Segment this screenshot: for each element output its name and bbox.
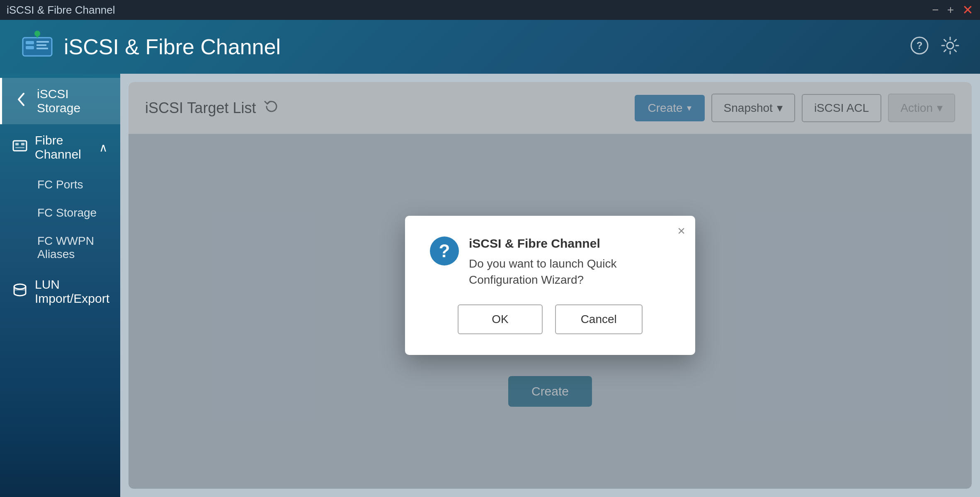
- sidebar-item-fc-storage[interactable]: FC Storage: [0, 199, 120, 227]
- svg-point-10: [947, 42, 953, 49]
- svg-point-15: [14, 284, 26, 289]
- modal-message: Do you want to launch Quick Configuratio…: [469, 256, 670, 288]
- content-area: iSCSI Target List Create ▾: [120, 74, 980, 497]
- title-bar-title: iSCSI & Fibre Channel: [7, 4, 115, 17]
- modal-title: iSCSI & Fibre Channel: [469, 236, 670, 251]
- sidebar-item-iscsi-storage[interactable]: iSCSI Storage: [0, 78, 120, 124]
- modal-cancel-button[interactable]: Cancel: [555, 304, 643, 334]
- svg-rect-13: [21, 143, 24, 145]
- modal-content-area: iSCSI & Fibre Channel Do you want to lau…: [469, 236, 670, 288]
- app-header-actions: ?: [910, 36, 959, 58]
- iscsi-storage-icon: [15, 92, 29, 110]
- modal-dialog: × ? iSCSI & Fibre Channel Do you want to…: [405, 216, 695, 355]
- main-layout: iSCSI Storage Fibre Channel ∧ FC Ports: [0, 74, 980, 497]
- svg-rect-4: [36, 44, 46, 46]
- modal-question-icon: ?: [430, 236, 459, 265]
- fc-storage-label: FC Storage: [37, 206, 97, 219]
- modal-overlay: × ? iSCSI & Fibre Channel Do you want to…: [129, 82, 972, 489]
- modal-buttons: OK Cancel: [430, 304, 670, 334]
- sidebar-item-fibre-channel[interactable]: Fibre Channel ∧: [0, 124, 120, 171]
- svg-rect-12: [15, 143, 19, 145]
- svg-point-6: [34, 31, 40, 36]
- svg-rect-3: [36, 41, 49, 43]
- sidebar-item-lun-import-export[interactable]: LUN Import/Export: [0, 268, 120, 315]
- content-panel: iSCSI Target List Create ▾: [129, 82, 972, 489]
- svg-rect-14: [15, 147, 24, 148]
- sidebar-item-fc-wwpn[interactable]: FC WWPN Aliases: [0, 227, 120, 268]
- fc-ports-label: FC Ports: [37, 178, 83, 191]
- svg-rect-2: [26, 46, 34, 49]
- app-header-title: iSCSI & Fibre Channel: [64, 34, 281, 59]
- app-container: iSCSI & Fibre Channel ?: [0, 20, 980, 497]
- sidebar-item-fc-ports[interactable]: FC Ports: [0, 171, 120, 199]
- title-bar: iSCSI & Fibre Channel − + ✕: [0, 0, 980, 20]
- settings-button[interactable]: [941, 36, 959, 58]
- lun-import-export-label: LUN Import/Export: [35, 277, 109, 306]
- app-header: iSCSI & Fibre Channel ?: [0, 20, 980, 74]
- app-logo: [21, 29, 54, 64]
- lun-icon: [12, 282, 27, 301]
- fibre-channel-chevron-icon: ∧: [99, 141, 108, 154]
- svg-text:?: ?: [917, 40, 923, 51]
- modal-header: ? iSCSI & Fibre Channel Do you want to l…: [430, 236, 670, 288]
- help-button[interactable]: ?: [910, 36, 929, 58]
- modal-close-button[interactable]: ×: [677, 224, 685, 237]
- sidebar: iSCSI Storage Fibre Channel ∧ FC Ports: [0, 74, 120, 497]
- minimize-button[interactable]: −: [932, 4, 939, 16]
- app-header-left: iSCSI & Fibre Channel: [21, 29, 281, 64]
- close-button[interactable]: ✕: [962, 3, 973, 17]
- sidebar-item-fibre-channel-label: Fibre Channel: [35, 133, 92, 162]
- title-bar-controls: − + ✕: [932, 3, 973, 17]
- svg-rect-11: [13, 141, 27, 151]
- fibre-channel-icon: [12, 138, 27, 157]
- fc-wwpn-label: FC WWPN Aliases: [37, 234, 94, 261]
- title-bar-left: iSCSI & Fibre Channel: [7, 4, 115, 17]
- sidebar-item-iscsi-storage-label: iSCSI Storage: [37, 87, 108, 115]
- svg-rect-1: [26, 41, 34, 44]
- svg-rect-5: [36, 48, 48, 49]
- maximize-button[interactable]: +: [947, 4, 954, 16]
- modal-ok-button[interactable]: OK: [458, 304, 542, 334]
